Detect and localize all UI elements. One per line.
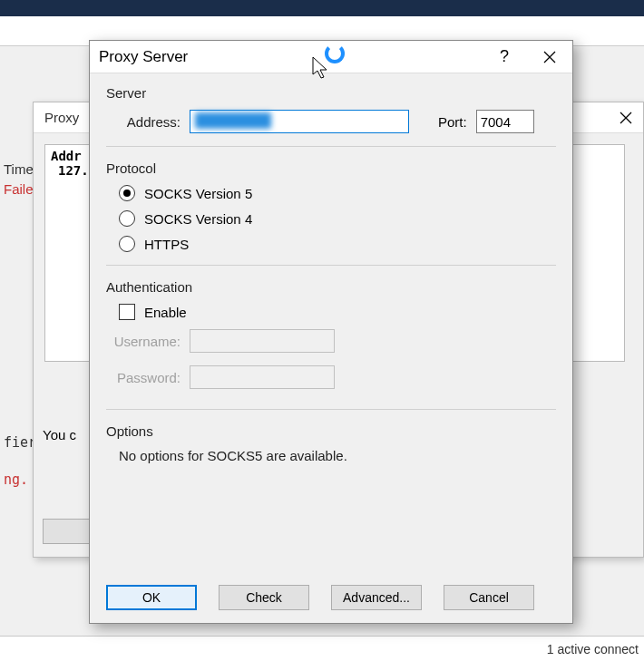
status-text: 1 active connect [547, 642, 639, 656]
protocol-legend: Protocol [106, 160, 556, 176]
separator [106, 409, 556, 410]
status-bar: 1 active connect [0, 636, 644, 661]
checkbox-icon [119, 304, 135, 320]
cancel-button[interactable]: Cancel [444, 585, 534, 610]
address-input[interactable] [190, 110, 409, 133]
dialog-footer: OK Check Advanced... Cancel [90, 572, 572, 623]
bg-code-fier: fier [4, 434, 36, 451]
advanced-button[interactable]: Advanced... [331, 585, 422, 610]
separator [106, 265, 556, 266]
protocol-group: Protocol SOCKS Version 5 SOCKS Version 4… [106, 160, 556, 252]
dialog-title: Proxy Server [99, 48, 188, 66]
username-input [190, 329, 335, 353]
bg-label-time: Time [4, 161, 34, 177]
auth-enable-checkbox[interactable]: Enable [119, 304, 556, 320]
ok-button[interactable]: OK [106, 585, 197, 610]
server-legend: Server [106, 85, 556, 101]
radio-icon [119, 236, 135, 252]
close-icon[interactable] [620, 104, 632, 130]
radio-icon [119, 210, 135, 227]
options-message: No options for SOCKS5 are available. [119, 448, 556, 463]
auth-group: Authentication Enable Username: Password… [106, 278, 556, 389]
radio-icon [119, 185, 135, 201]
password-label: Password: [110, 370, 181, 385]
close-button[interactable] [527, 41, 572, 73]
bg-you-label: You c [43, 427, 76, 442]
check-button[interactable]: Check [219, 585, 309, 610]
close-icon [543, 51, 556, 63]
address-label: Address: [110, 114, 181, 130]
password-input [190, 365, 335, 389]
help-button[interactable]: ? [482, 41, 527, 73]
protocol-radio-socks5[interactable]: SOCKS Version 5 [119, 185, 556, 201]
proxy-server-dialog: Proxy Server ? Server Address: Port: [89, 40, 573, 624]
dialog-titlebar: Proxy Server ? [90, 41, 572, 73]
app-titlebar-stripe [0, 0, 644, 16]
bg-button-footer[interactable] [43, 519, 95, 544]
bg-label-failed: Faile [4, 181, 34, 197]
port-label: Port: [438, 114, 467, 130]
radio-label: SOCKS Version 5 [144, 186, 252, 201]
server-group: Server Address: Port: [106, 84, 556, 133]
separator [106, 146, 556, 147]
options-legend: Options [106, 423, 556, 439]
options-group: Options No options for SOCKS5 are availa… [106, 423, 556, 463]
checkbox-label: Enable [144, 305, 187, 320]
username-label: Username: [110, 334, 181, 349]
background-dialog-title: Proxy [44, 110, 79, 125]
protocol-radio-https[interactable]: HTTPS [119, 236, 556, 252]
protocol-radio-socks4[interactable]: SOCKS Version 4 [119, 210, 556, 227]
auth-legend: Authentication [106, 279, 556, 295]
radio-label: SOCKS Version 4 [144, 211, 252, 227]
radio-label: HTTPS [144, 237, 189, 252]
port-input[interactable] [476, 110, 534, 133]
